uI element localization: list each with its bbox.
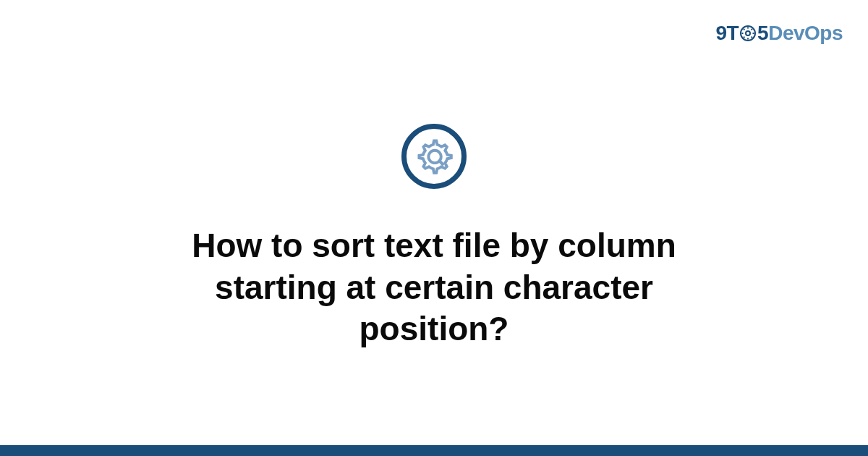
page-title: How to sort text file by column starting… [109, 225, 760, 350]
center-gear-badge [401, 124, 467, 189]
main-content: How to sort text file by column starting… [0, 0, 868, 445]
gear-icon [415, 138, 453, 175]
footer-accent-bar [0, 445, 868, 456]
